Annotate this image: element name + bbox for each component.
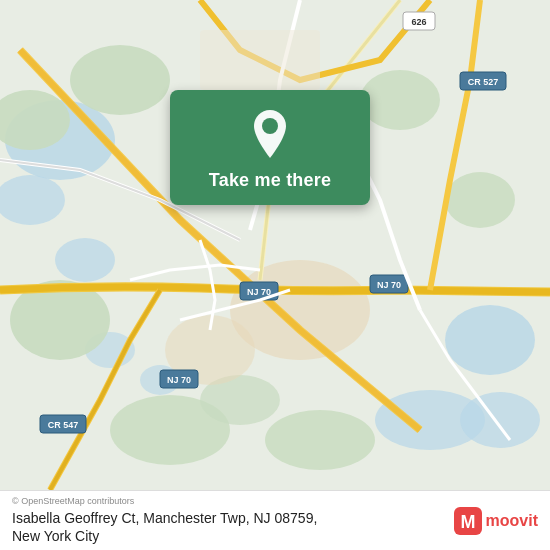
svg-point-6 (460, 392, 540, 448)
location-line2: New York City (12, 528, 99, 544)
svg-point-4 (445, 305, 535, 375)
svg-point-13 (360, 70, 440, 130)
location-card: Take me there (170, 90, 370, 205)
svg-text:NJ 70: NJ 70 (247, 287, 271, 297)
map-pin-icon (248, 108, 292, 160)
svg-point-32 (262, 118, 278, 134)
svg-text:CR 527: CR 527 (468, 77, 499, 87)
take-me-there-button[interactable]: Take me there (209, 170, 331, 191)
location-line1: Isabella Geoffrey Ct, Manchester Twp, NJ… (12, 510, 317, 526)
svg-rect-31 (200, 30, 320, 90)
svg-text:CR 547: CR 547 (48, 420, 79, 430)
svg-point-3 (55, 238, 115, 282)
svg-text:NJ 70: NJ 70 (167, 375, 191, 385)
moovit-logo[interactable]: M moovit (454, 507, 538, 535)
attribution-text: © OpenStreetMap contributors (12, 496, 454, 506)
svg-text:NJ 70: NJ 70 (377, 280, 401, 290)
svg-point-15 (265, 410, 375, 470)
location-title: Isabella Geoffrey Ct, Manchester Twp, NJ… (12, 509, 454, 545)
moovit-icon: M (454, 507, 482, 535)
moovit-brand-text: moovit (486, 512, 538, 530)
svg-point-10 (70, 45, 170, 115)
svg-point-14 (445, 172, 515, 228)
map-area: NJ 70 NJ 70 NJ 70 CR 547 CR 527 626 (0, 0, 550, 490)
svg-text:626: 626 (411, 17, 426, 27)
bottom-bar: © OpenStreetMap contributors Isabella Ge… (0, 490, 550, 550)
svg-text:M: M (460, 512, 475, 532)
location-info: © OpenStreetMap contributors Isabella Ge… (12, 496, 454, 545)
